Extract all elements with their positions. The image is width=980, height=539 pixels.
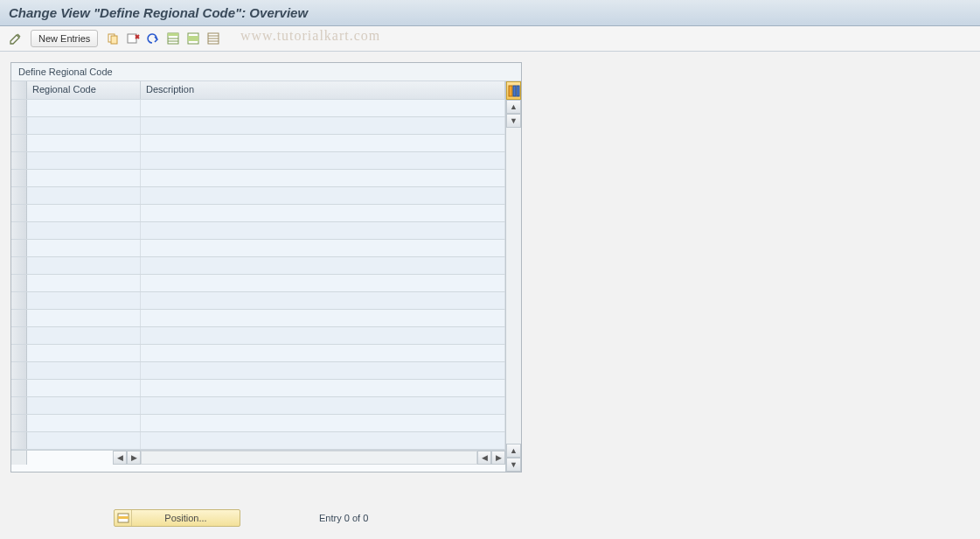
cell-regional-code[interactable] — [27, 432, 141, 449]
row-selector[interactable] — [11, 135, 27, 151]
cell-regional-code[interactable] — [27, 222, 141, 239]
cell-description[interactable] — [141, 170, 505, 186]
table-title: Define Regional Code — [11, 63, 521, 81]
title-bar: Change View "Define Regional Code": Over… — [0, 0, 980, 26]
row-selector[interactable] — [11, 327, 27, 344]
row-selector[interactable] — [11, 345, 27, 361]
cell-description[interactable] — [141, 327, 505, 344]
cell-description[interactable] — [141, 257, 505, 274]
cell-description[interactable] — [141, 152, 505, 169]
hscroll-track[interactable] — [141, 451, 477, 465]
svg-rect-1 — [111, 36, 117, 44]
row-selector[interactable] — [11, 187, 27, 204]
svg-rect-17 — [517, 86, 519, 96]
cell-description[interactable] — [141, 415, 505, 431]
cell-description[interactable] — [141, 135, 505, 151]
row-selector[interactable] — [11, 362, 27, 379]
row-selector-header[interactable] — [11, 81, 27, 99]
table-row — [11, 397, 505, 415]
cell-regional-code[interactable] — [27, 310, 141, 326]
cell-regional-code[interactable] — [27, 152, 141, 169]
cell-description[interactable] — [141, 345, 505, 361]
cell-regional-code[interactable] — [27, 135, 141, 151]
cell-regional-code[interactable] — [27, 170, 141, 186]
display-change-icon[interactable] — [7, 30, 24, 47]
table-row — [11, 152, 505, 170]
row-selector[interactable] — [11, 170, 27, 186]
position-icon — [115, 510, 132, 526]
cell-regional-code[interactable] — [27, 275, 141, 291]
cell-description[interactable] — [141, 222, 505, 239]
row-selector[interactable] — [11, 415, 27, 431]
vscroll-track[interactable] — [506, 128, 521, 444]
cell-regional-code[interactable] — [27, 257, 141, 274]
cell-description[interactable] — [141, 117, 505, 134]
row-selector[interactable] — [11, 380, 27, 396]
cell-description[interactable] — [141, 205, 505, 221]
cell-description[interactable] — [141, 397, 505, 414]
cell-regional-code[interactable] — [27, 380, 141, 396]
cell-regional-code[interactable] — [27, 100, 141, 116]
cell-description[interactable] — [141, 187, 505, 204]
table-row — [11, 275, 505, 292]
vscroll-pageup-icon[interactable]: ▼ — [506, 114, 521, 128]
row-selector[interactable] — [11, 100, 27, 116]
cell-regional-code[interactable] — [27, 205, 141, 221]
table-row — [11, 205, 505, 222]
select-all-icon[interactable] — [164, 30, 182, 47]
table-row — [11, 257, 505, 275]
svg-rect-10 — [188, 36, 198, 41]
cell-description[interactable] — [141, 310, 505, 326]
cell-regional-code[interactable] — [27, 240, 141, 256]
cell-regional-code[interactable] — [27, 415, 141, 431]
table-row — [11, 240, 505, 257]
row-selector[interactable] — [11, 275, 27, 291]
column-header-regional-code[interactable]: Regional Code — [27, 81, 141, 99]
cell-regional-code[interactable] — [27, 397, 141, 414]
row-selector[interactable] — [11, 292, 27, 309]
cell-description[interactable] — [141, 432, 505, 449]
new-entries-button[interactable]: New Entries — [31, 30, 98, 47]
cell-regional-code[interactable] — [27, 117, 141, 134]
row-selector[interactable] — [11, 222, 27, 239]
vscroll-pagedown-icon[interactable]: ▲ — [506, 444, 521, 458]
position-button-label: Position... — [132, 513, 240, 523]
row-selector[interactable] — [11, 240, 27, 256]
cell-regional-code[interactable] — [27, 292, 141, 309]
cell-description[interactable] — [141, 380, 505, 396]
cell-description[interactable] — [141, 292, 505, 309]
cell-regional-code[interactable] — [27, 327, 141, 344]
hscroll-left-fixed-icon[interactable]: ◀ — [113, 451, 127, 465]
vscroll-up-icon[interactable]: ▲ — [506, 100, 521, 114]
cell-regional-code[interactable] — [27, 362, 141, 379]
row-selector[interactable] — [11, 257, 27, 274]
column-header-description[interactable]: Description — [141, 81, 505, 99]
row-selector[interactable] — [11, 310, 27, 326]
row-selector[interactable] — [11, 152, 27, 169]
row-selector[interactable] — [11, 117, 27, 134]
cell-regional-code[interactable] — [27, 187, 141, 204]
row-selector[interactable] — [11, 397, 27, 414]
hscroll-right-fixed-icon[interactable]: ▶ — [127, 451, 141, 465]
vscroll-down-icon[interactable]: ▼ — [506, 458, 521, 472]
row-selector[interactable] — [11, 205, 27, 221]
table-row — [11, 117, 505, 135]
cell-description[interactable] — [141, 275, 505, 291]
cell-regional-code[interactable] — [27, 345, 141, 361]
copy-icon[interactable] — [104, 30, 122, 47]
cell-description[interactable] — [141, 240, 505, 256]
deselect-all-icon[interactable] — [205, 30, 222, 47]
row-selector[interactable] — [11, 432, 27, 449]
horizontal-scrollbar: ◀ ▶ ◀ ▶ — [11, 450, 505, 465]
config-columns-icon[interactable] — [506, 81, 521, 100]
cell-description[interactable] — [141, 362, 505, 379]
hscroll-left-icon[interactable]: ◀ — [477, 451, 491, 465]
watermark-text: www.tutorialkart.com — [240, 28, 380, 44]
delete-icon[interactable] — [124, 30, 142, 47]
hscroll-right-icon[interactable]: ▶ — [491, 451, 505, 465]
table-row — [11, 345, 505, 362]
undo-icon[interactable] — [144, 30, 162, 47]
select-block-icon[interactable] — [184, 30, 202, 47]
position-button[interactable]: Position... — [114, 509, 240, 527]
cell-description[interactable] — [141, 100, 505, 116]
